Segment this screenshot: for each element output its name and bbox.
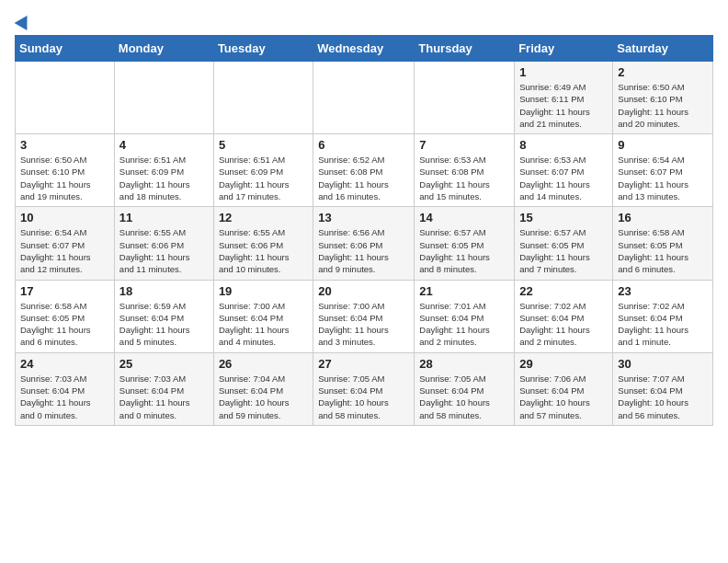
day-number: 1 xyxy=(519,65,608,79)
calendar-week-4: 24Sunrise: 7:03 AM Sunset: 6:04 PM Dayli… xyxy=(16,352,713,425)
calendar-cell: 30Sunrise: 7:07 AM Sunset: 6:04 PM Dayli… xyxy=(613,352,713,425)
day-info: Sunrise: 6:56 AM Sunset: 6:06 PM Dayligh… xyxy=(318,226,409,275)
day-info: Sunrise: 7:04 AM Sunset: 6:04 PM Dayligh… xyxy=(219,373,308,421)
calendar-week-3: 17Sunrise: 6:58 AM Sunset: 6:05 PM Dayli… xyxy=(16,280,713,352)
day-info: Sunrise: 6:54 AM Sunset: 6:07 PM Dayligh… xyxy=(618,154,708,202)
day-number: 10 xyxy=(20,211,109,224)
day-number: 7 xyxy=(419,138,509,152)
day-info: Sunrise: 6:57 AM Sunset: 6:05 PM Dayligh… xyxy=(519,226,608,275)
day-info: Sunrise: 6:53 AM Sunset: 6:07 PM Dayligh… xyxy=(519,154,608,202)
calendar-week-0: 1Sunrise: 6:49 AM Sunset: 6:11 PM Daylig… xyxy=(16,62,713,134)
calendar-cell: 2Sunrise: 6:50 AM Sunset: 6:10 PM Daylig… xyxy=(613,62,713,134)
calendar-cell: 19Sunrise: 7:00 AM Sunset: 6:04 PM Dayli… xyxy=(213,280,313,352)
day-info: Sunrise: 7:06 AM Sunset: 6:04 PM Dayligh… xyxy=(519,373,608,421)
logo-triangle-icon xyxy=(15,12,34,30)
day-info: Sunrise: 6:54 AM Sunset: 6:07 PM Dayligh… xyxy=(20,226,109,275)
calendar-cell xyxy=(16,62,115,134)
day-number: 30 xyxy=(618,357,708,371)
day-number: 11 xyxy=(119,211,209,224)
calendar-cell xyxy=(313,62,415,134)
calendar-week-2: 10Sunrise: 6:54 AM Sunset: 6:07 PM Dayli… xyxy=(16,207,713,280)
day-info: Sunrise: 6:52 AM Sunset: 6:08 PM Dayligh… xyxy=(318,154,409,202)
day-number: 9 xyxy=(618,138,708,152)
day-info: Sunrise: 6:49 AM Sunset: 6:11 PM Dayligh… xyxy=(519,81,608,130)
calendar-cell: 17Sunrise: 6:58 AM Sunset: 6:05 PM Dayli… xyxy=(16,280,115,352)
day-info: Sunrise: 6:51 AM Sunset: 6:09 PM Dayligh… xyxy=(219,154,308,202)
day-info: Sunrise: 7:01 AM Sunset: 6:04 PM Dayligh… xyxy=(419,300,509,349)
day-info: Sunrise: 7:02 AM Sunset: 6:04 PM Dayligh… xyxy=(519,300,608,349)
day-info: Sunrise: 6:55 AM Sunset: 6:06 PM Dayligh… xyxy=(119,226,209,275)
calendar-cell: 18Sunrise: 6:59 AM Sunset: 6:04 PM Dayli… xyxy=(114,280,213,352)
weekday-header-row: SundayMondayTuesdayWednesdayThursdayFrid… xyxy=(16,36,713,62)
day-number: 8 xyxy=(519,138,608,152)
day-number: 6 xyxy=(318,138,409,152)
calendar-cell: 15Sunrise: 6:57 AM Sunset: 6:05 PM Dayli… xyxy=(515,207,613,280)
calendar-cell: 24Sunrise: 7:03 AM Sunset: 6:04 PM Dayli… xyxy=(16,352,115,425)
day-info: Sunrise: 7:00 AM Sunset: 6:04 PM Dayligh… xyxy=(318,300,409,349)
day-info: Sunrise: 7:05 AM Sunset: 6:04 PM Dayligh… xyxy=(318,373,409,421)
calendar-cell: 20Sunrise: 7:00 AM Sunset: 6:04 PM Dayli… xyxy=(313,280,415,352)
calendar-cell xyxy=(114,62,213,134)
calendar-cell: 14Sunrise: 6:57 AM Sunset: 6:05 PM Dayli… xyxy=(415,207,515,280)
calendar-cell: 28Sunrise: 7:05 AM Sunset: 6:04 PM Dayli… xyxy=(415,352,515,425)
day-number: 22 xyxy=(519,284,608,298)
day-number: 27 xyxy=(318,357,409,371)
page-header xyxy=(15,15,713,28)
day-number: 24 xyxy=(20,357,109,371)
day-info: Sunrise: 6:59 AM Sunset: 6:04 PM Dayligh… xyxy=(119,300,209,349)
day-number: 26 xyxy=(219,357,308,371)
day-info: Sunrise: 6:58 AM Sunset: 6:05 PM Dayligh… xyxy=(618,226,708,275)
day-info: Sunrise: 6:53 AM Sunset: 6:08 PM Dayligh… xyxy=(419,154,509,202)
calendar-cell: 23Sunrise: 7:02 AM Sunset: 6:04 PM Dayli… xyxy=(613,280,713,352)
calendar-cell: 25Sunrise: 7:03 AM Sunset: 6:04 PM Dayli… xyxy=(114,352,213,425)
calendar-week-1: 3Sunrise: 6:50 AM Sunset: 6:10 PM Daylig… xyxy=(16,134,713,207)
day-info: Sunrise: 7:05 AM Sunset: 6:04 PM Dayligh… xyxy=(419,373,509,421)
day-number: 29 xyxy=(519,357,608,371)
day-number: 16 xyxy=(618,211,708,224)
calendar-cell: 6Sunrise: 6:52 AM Sunset: 6:08 PM Daylig… xyxy=(313,134,415,207)
calendar-cell: 29Sunrise: 7:06 AM Sunset: 6:04 PM Dayli… xyxy=(515,352,613,425)
day-number: 12 xyxy=(219,211,308,224)
calendar-cell: 27Sunrise: 7:05 AM Sunset: 6:04 PM Dayli… xyxy=(313,352,415,425)
calendar-cell: 9Sunrise: 6:54 AM Sunset: 6:07 PM Daylig… xyxy=(613,134,713,207)
weekday-header-thursday: Thursday xyxy=(415,36,515,62)
day-number: 4 xyxy=(119,138,209,152)
calendar-cell: 11Sunrise: 6:55 AM Sunset: 6:06 PM Dayli… xyxy=(114,207,213,280)
day-number: 14 xyxy=(419,211,509,224)
calendar-cell: 10Sunrise: 6:54 AM Sunset: 6:07 PM Dayli… xyxy=(16,207,115,280)
calendar-table: SundayMondayTuesdayWednesdayThursdayFrid… xyxy=(15,35,713,426)
day-info: Sunrise: 6:55 AM Sunset: 6:06 PM Dayligh… xyxy=(219,226,308,275)
day-number: 28 xyxy=(419,357,509,371)
weekday-header-friday: Friday xyxy=(515,36,613,62)
day-number: 19 xyxy=(219,284,308,298)
day-number: 13 xyxy=(318,211,409,224)
day-number: 18 xyxy=(119,284,209,298)
day-info: Sunrise: 7:07 AM Sunset: 6:04 PM Dayligh… xyxy=(618,373,708,421)
day-number: 15 xyxy=(519,211,608,224)
calendar-cell: 4Sunrise: 6:51 AM Sunset: 6:09 PM Daylig… xyxy=(114,134,213,207)
calendar-cell: 5Sunrise: 6:51 AM Sunset: 6:09 PM Daylig… xyxy=(213,134,313,207)
day-info: Sunrise: 6:50 AM Sunset: 6:10 PM Dayligh… xyxy=(20,154,109,202)
calendar-cell: 7Sunrise: 6:53 AM Sunset: 6:08 PM Daylig… xyxy=(415,134,515,207)
calendar-body: 1Sunrise: 6:49 AM Sunset: 6:11 PM Daylig… xyxy=(16,62,713,426)
calendar-cell xyxy=(213,62,313,134)
weekday-header-wednesday: Wednesday xyxy=(313,36,415,62)
weekday-header-saturday: Saturday xyxy=(613,36,713,62)
calendar-cell: 8Sunrise: 6:53 AM Sunset: 6:07 PM Daylig… xyxy=(515,134,613,207)
weekday-header-sunday: Sunday xyxy=(16,36,115,62)
logo xyxy=(15,15,31,28)
day-number: 23 xyxy=(618,284,708,298)
calendar-cell: 26Sunrise: 7:04 AM Sunset: 6:04 PM Dayli… xyxy=(213,352,313,425)
day-number: 17 xyxy=(20,284,109,298)
calendar-cell: 16Sunrise: 6:58 AM Sunset: 6:05 PM Dayli… xyxy=(613,207,713,280)
calendar-cell xyxy=(415,62,515,134)
day-info: Sunrise: 6:58 AM Sunset: 6:05 PM Dayligh… xyxy=(20,300,109,349)
day-number: 2 xyxy=(618,65,708,79)
day-number: 5 xyxy=(219,138,308,152)
calendar-cell: 12Sunrise: 6:55 AM Sunset: 6:06 PM Dayli… xyxy=(213,207,313,280)
weekday-header-monday: Monday xyxy=(114,36,213,62)
day-info: Sunrise: 6:51 AM Sunset: 6:09 PM Dayligh… xyxy=(119,154,209,202)
day-info: Sunrise: 6:57 AM Sunset: 6:05 PM Dayligh… xyxy=(419,226,509,275)
weekday-header-tuesday: Tuesday xyxy=(213,36,313,62)
day-number: 3 xyxy=(20,138,109,152)
